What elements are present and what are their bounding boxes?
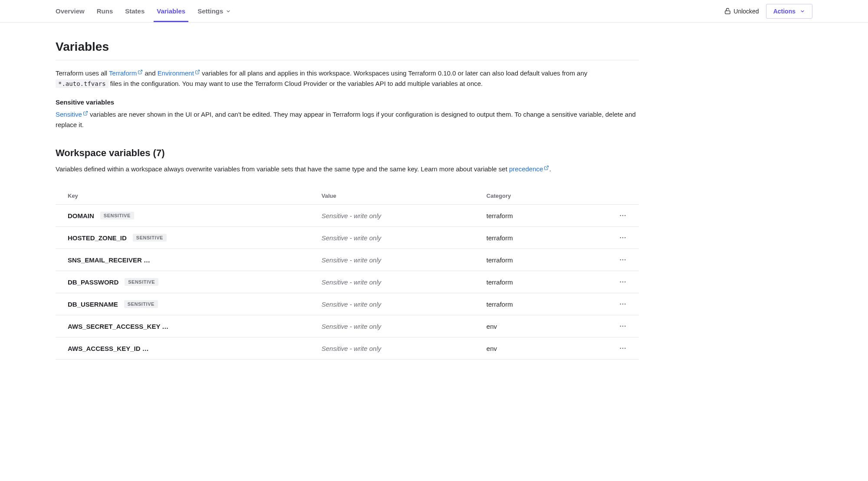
external-link-icon (83, 111, 88, 116)
svg-line-2 (197, 70, 200, 73)
svg-point-12 (622, 259, 624, 261)
row-actions-button[interactable] (601, 322, 627, 330)
variables-table: Key Value Category DOMAINSENSITIVESensit… (56, 187, 639, 360)
ws-desc-text: Variables defined within a workspace alw… (56, 165, 509, 173)
more-horizontal-icon (619, 212, 627, 219)
var-category-cell: terraform (487, 212, 601, 219)
svg-point-9 (622, 237, 624, 239)
var-category-cell: terraform (487, 256, 601, 264)
table-row: DOMAINSENSITIVESensitive - write onlyter… (56, 205, 639, 227)
svg-point-25 (625, 348, 626, 349)
ws-desc-text: . (549, 165, 551, 173)
tab-runs[interactable]: Runs (97, 0, 113, 22)
var-key-text: DOMAIN (68, 212, 94, 219)
link-text: Sensitive (56, 111, 82, 118)
chevron-down-icon (800, 9, 805, 14)
more-horizontal-icon (619, 300, 627, 308)
row-actions-button[interactable] (601, 278, 627, 286)
topbar: Overview Runs States Variables Settings … (0, 0, 868, 23)
svg-line-1 (140, 70, 142, 73)
link-text: Environment (158, 69, 194, 77)
table-row: DB_USERNAMESENSITIVESensitive - write on… (56, 293, 639, 315)
var-value-cell: Sensitive - write only (322, 345, 487, 352)
var-category-cell: terraform (487, 301, 601, 308)
svg-point-20 (620, 326, 621, 327)
workspace-vars-title: Workspace variables (7) (56, 147, 639, 159)
intro-text: Terraform uses all (56, 69, 109, 77)
var-value-cell: Sensitive - write only (322, 323, 487, 330)
var-key-cell: HOSTED_ZONE_IDSENSITIVE (68, 234, 322, 242)
svg-point-10 (625, 237, 626, 239)
var-key-text: DB_PASSWORD (68, 278, 118, 286)
more-horizontal-icon (619, 322, 627, 330)
var-category-cell: env (487, 345, 601, 352)
sensitive-badge: SENSITIVE (124, 300, 158, 308)
svg-point-22 (625, 326, 626, 327)
sensitive-link[interactable]: Sensitive (56, 111, 88, 118)
auto-tfvars-code: *.auto.tfvars (56, 79, 108, 88)
tab-states[interactable]: States (125, 0, 145, 22)
svg-point-8 (620, 237, 621, 239)
lock-status-label: Unlocked (733, 8, 759, 15)
svg-point-13 (625, 259, 626, 261)
intro-paragraph: Terraform uses all Terraform and Environ… (56, 68, 639, 89)
tab-settings-label: Settings (197, 7, 223, 15)
unlock-icon (724, 8, 731, 14)
environment-link[interactable]: Environment (158, 69, 200, 77)
row-actions-button[interactable] (601, 212, 627, 219)
var-key-cell: AWS_SECRET_ACCESS_KEY … (68, 323, 322, 330)
svg-point-14 (620, 281, 621, 283)
more-horizontal-icon (619, 278, 627, 286)
more-horizontal-icon (619, 256, 627, 264)
tab-variables[interactable]: Variables (157, 0, 185, 22)
svg-point-19 (625, 304, 626, 305)
table-row: DB_PASSWORDSENSITIVESensitive - write on… (56, 271, 639, 293)
table-row: SNS_EMAIL_RECEIVER …Sensitive - write on… (56, 249, 639, 271)
var-key-text: HOSTED_ZONE_ID (68, 234, 127, 242)
table-row: AWS_SECRET_ACCESS_KEY …Sensitive - write… (56, 315, 639, 337)
main-content: Variables Terraform uses all Terraform a… (0, 23, 694, 377)
svg-point-24 (622, 348, 624, 349)
row-actions-button[interactable] (601, 234, 627, 242)
tab-overview[interactable]: Overview (56, 0, 85, 22)
workspace-vars-desc: Variables defined within a workspace alw… (56, 164, 639, 174)
tabs: Overview Runs States Variables Settings (56, 0, 231, 22)
lock-status: Unlocked (724, 8, 759, 15)
external-link-icon (544, 165, 549, 170)
sensitive-heading: Sensitive variables (56, 98, 639, 106)
svg-point-17 (620, 304, 621, 305)
var-value-cell: Sensitive - write only (322, 301, 487, 308)
chevron-down-icon (226, 9, 231, 14)
sensitive-badge: SENSITIVE (125, 278, 158, 286)
table-row: AWS_ACCESS_KEY_ID …Sensitive - write onl… (56, 337, 639, 360)
var-value-cell: Sensitive - write only (322, 278, 487, 286)
sensitive-badge: SENSITIVE (100, 212, 134, 219)
svg-line-3 (85, 111, 88, 114)
terraform-link[interactable]: Terraform (109, 69, 143, 77)
more-horizontal-icon (619, 344, 627, 352)
table-row: HOSTED_ZONE_IDSENSITIVESensitive - write… (56, 227, 639, 249)
row-actions-button[interactable] (601, 344, 627, 352)
precedence-link[interactable]: precedence (509, 165, 549, 173)
var-key-text: AWS_SECRET_ACCESS_KEY … (68, 323, 168, 330)
actions-button[interactable]: Actions (766, 4, 812, 19)
sensitive-badge: SENSITIVE (133, 234, 167, 242)
var-category-cell: terraform (487, 278, 601, 286)
svg-point-23 (620, 348, 621, 349)
intro-text: and (143, 69, 157, 77)
tab-settings[interactable]: Settings (197, 0, 231, 22)
var-value-cell: Sensitive - write only (322, 234, 487, 242)
svg-point-18 (622, 304, 624, 305)
svg-point-15 (622, 281, 624, 283)
svg-line-4 (546, 166, 549, 169)
external-link-icon (195, 69, 200, 75)
sensitive-paragraph: Sensitive variables are never shown in t… (56, 109, 639, 130)
svg-point-11 (620, 259, 621, 261)
intro-text: files in the configuration. You may want… (108, 80, 483, 87)
svg-rect-0 (725, 11, 730, 14)
row-actions-button[interactable] (601, 300, 627, 308)
row-actions-button[interactable] (601, 256, 627, 264)
svg-point-6 (622, 215, 624, 216)
var-key-text: DB_USERNAME (68, 301, 118, 308)
var-key-text: SNS_EMAIL_RECEIVER … (68, 256, 150, 264)
